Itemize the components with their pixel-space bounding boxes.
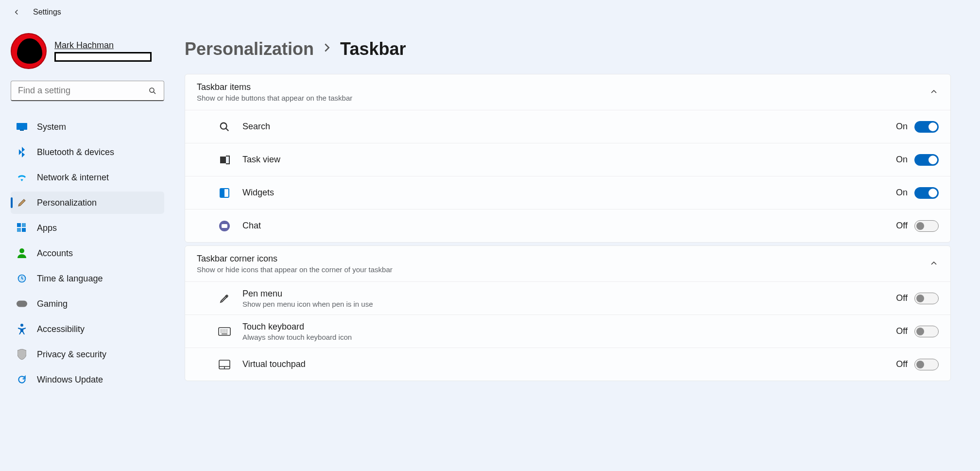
search-input[interactable] <box>18 86 148 96</box>
sidebar-item-label: Windows Update <box>37 375 103 385</box>
search-icon <box>148 87 157 95</box>
sidebar-item-label: Personalization <box>37 198 97 208</box>
svg-point-0 <box>150 88 154 92</box>
apps-icon <box>17 223 27 233</box>
gamepad-icon <box>17 298 27 309</box>
touchpad-icon <box>216 356 233 373</box>
search-icon <box>216 119 233 135</box>
taskview-icon <box>216 152 233 168</box>
row-label: Pen menu <box>242 289 896 299</box>
toggle-state-label: Off <box>896 359 908 369</box>
toggle-widgets[interactable] <box>914 187 939 199</box>
svg-rect-6 <box>22 228 26 232</box>
system-icon <box>17 122 27 132</box>
svg-rect-5 <box>17 228 21 232</box>
chevron-up-icon <box>930 88 939 97</box>
chevron-right-icon <box>324 43 330 55</box>
nav-list: System Bluetooth & devices Network & int… <box>11 116 164 391</box>
chat-icon <box>216 218 233 234</box>
widgets-icon <box>216 185 233 201</box>
sidebar-item-update[interactable]: Windows Update <box>11 368 164 391</box>
avatar <box>11 33 47 69</box>
row-taskview: Task view On <box>185 143 950 176</box>
sidebar-item-label: Apps <box>37 223 57 233</box>
sidebar-item-label: Bluetooth & devices <box>37 147 114 157</box>
toggle-state-label: On <box>896 155 908 165</box>
sidebar: Mark Hachman System Bluetooth & devic <box>0 24 175 471</box>
row-label: Search <box>242 122 896 132</box>
bluetooth-icon <box>17 147 27 157</box>
toggle-pen-menu[interactable] <box>914 293 939 304</box>
profile-email-redacted <box>54 52 152 62</box>
sidebar-item-label: Gaming <box>37 299 68 309</box>
row-label: Task view <box>242 155 896 165</box>
sidebar-item-gaming[interactable]: Gaming <box>11 293 164 315</box>
svg-point-11 <box>221 122 227 129</box>
svg-rect-4 <box>22 223 26 227</box>
svg-rect-3 <box>17 223 21 227</box>
svg-point-10 <box>20 324 23 327</box>
section-header-corner-icons[interactable]: Taskbar corner icons Show or hide icons … <box>185 246 950 281</box>
sidebar-item-accounts[interactable]: Accounts <box>11 242 164 264</box>
sidebar-item-apps[interactable]: Apps <box>11 217 164 239</box>
row-label: Virtual touchpad <box>242 359 896 369</box>
toggle-state-label: Off <box>896 293 908 303</box>
svg-rect-2 <box>20 130 24 131</box>
profile-name: Mark Hachman <box>54 40 152 51</box>
toggle-search[interactable] <box>914 121 939 133</box>
sidebar-item-label: Accessibility <box>37 324 85 334</box>
row-pen-menu: Pen menu Show pen menu icon when pen is … <box>185 281 950 314</box>
sidebar-item-personalization[interactable]: Personalization <box>11 192 164 214</box>
svg-rect-9 <box>17 301 27 307</box>
breadcrumb: Personalization Taskbar <box>185 39 951 59</box>
sidebar-item-label: Accounts <box>37 248 73 259</box>
keyboard-icon <box>216 323 233 340</box>
breadcrumb-current: Taskbar <box>340 39 406 59</box>
sidebar-item-system[interactable]: System <box>11 116 164 138</box>
sidebar-item-privacy[interactable]: Privacy & security <box>11 343 164 366</box>
clock-icon <box>17 273 27 284</box>
row-sublabel: Always show touch keyboard icon <box>242 333 896 341</box>
row-search: Search On <box>185 110 950 143</box>
sidebar-item-time[interactable]: Time & language <box>11 267 164 290</box>
toggle-virtual-touchpad[interactable] <box>914 359 939 370</box>
toggle-taskview[interactable] <box>914 154 939 166</box>
search-box[interactable] <box>11 81 164 101</box>
row-virtual-touchpad: Virtual touchpad Off <box>185 348 950 381</box>
toggle-state-label: On <box>896 122 908 132</box>
sidebar-item-network[interactable]: Network & internet <box>11 166 164 189</box>
person-icon <box>17 248 27 259</box>
pen-icon <box>216 290 233 307</box>
section-subtitle: Show or hide icons that appear on the co… <box>197 265 393 274</box>
profile-block[interactable]: Mark Hachman <box>11 33 164 69</box>
paintbrush-icon <box>17 197 27 208</box>
back-arrow-icon[interactable] <box>12 7 21 17</box>
wifi-icon <box>17 172 27 183</box>
toggle-chat[interactable] <box>914 220 939 232</box>
section-corner-icons: Taskbar corner icons Show or hide icons … <box>185 245 951 381</box>
section-title: Taskbar corner icons <box>197 254 393 264</box>
breadcrumb-parent[interactable]: Personalization <box>185 39 314 59</box>
section-subtitle: Show or hide buttons that appear on the … <box>197 94 352 102</box>
sidebar-item-bluetooth[interactable]: Bluetooth & devices <box>11 141 164 163</box>
toggle-state-label: On <box>896 188 908 198</box>
row-label: Touch keyboard <box>242 322 896 332</box>
row-widgets: Widgets On <box>185 176 950 209</box>
sidebar-item-accessibility[interactable]: Accessibility <box>11 318 164 340</box>
update-icon <box>17 374 27 385</box>
chevron-up-icon <box>930 260 939 268</box>
svg-point-7 <box>19 248 24 253</box>
toggle-touch-keyboard[interactable] <box>914 326 939 337</box>
toggle-state-label: Off <box>896 221 908 231</box>
sidebar-item-label: System <box>37 122 66 132</box>
row-sublabel: Show pen menu icon when pen is in use <box>242 300 896 308</box>
svg-rect-1 <box>17 123 27 130</box>
section-header-taskbar-items[interactable]: Taskbar items Show or hide buttons that … <box>185 74 950 110</box>
title-bar: Settings <box>0 0 980 24</box>
sidebar-item-label: Network & internet <box>37 173 109 183</box>
section-taskbar-items: Taskbar items Show or hide buttons that … <box>185 74 951 243</box>
row-label: Widgets <box>242 188 896 198</box>
row-touch-keyboard: Touch keyboard Always show touch keyboar… <box>185 314 950 348</box>
section-title: Taskbar items <box>197 82 352 92</box>
main-content: Personalization Taskbar Taskbar items Sh… <box>175 24 980 471</box>
